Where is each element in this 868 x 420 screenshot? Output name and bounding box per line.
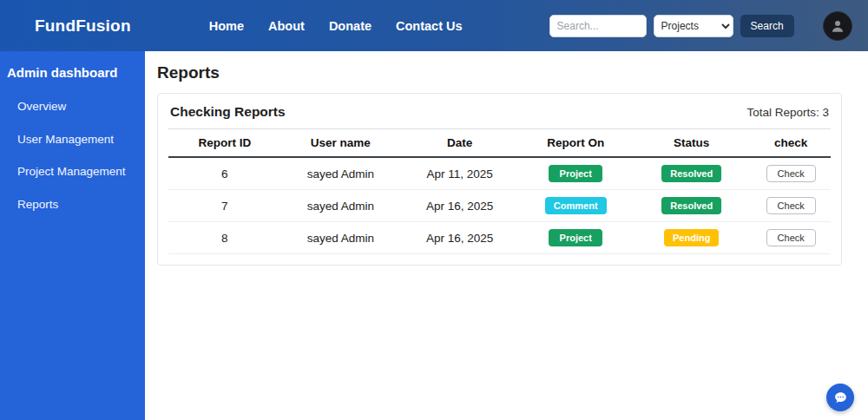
check-button[interactable]: Check — [766, 197, 816, 214]
nav-link-contact[interactable]: Contact Us — [396, 19, 463, 33]
sidebar-title[interactable]: Admin dashboard — [0, 60, 145, 90]
chat-bubble-icon — [833, 390, 848, 405]
check-button[interactable]: Check — [766, 165, 816, 182]
table-row: 7 sayed Admin Apr 16, 2025 Comment Resol… — [168, 190, 831, 222]
nav-link-about[interactable]: About — [268, 19, 305, 33]
status-badge: Resolved — [661, 165, 721, 182]
chat-fab-button[interactable] — [826, 384, 854, 411]
sidebar-item-user-management[interactable]: User Management — [0, 123, 145, 156]
status-badge: Pending — [664, 229, 719, 246]
admin-sidebar: Admin dashboard Overview User Management… — [0, 51, 145, 420]
col-check: check — [751, 129, 831, 158]
reports-table: Report ID User name Date Report On Statu… — [168, 128, 831, 254]
reports-table-body: 6 sayed Admin Apr 11, 2025 Project Resol… — [168, 157, 831, 254]
person-icon — [829, 17, 846, 35]
cell-report-id: 7 — [168, 190, 281, 222]
brand-logo[interactable]: FundFusion — [35, 16, 131, 36]
reports-table-head: Report ID User name Date Report On Statu… — [168, 129, 831, 158]
col-date: Date — [400, 129, 519, 158]
total-reports-label: Total Reports: 3 — [746, 106, 829, 119]
col-report-on: Report On — [519, 129, 632, 158]
check-button[interactable]: Check — [766, 229, 816, 246]
table-row: 6 sayed Admin Apr 11, 2025 Project Resol… — [168, 157, 831, 190]
nav-link-home[interactable]: Home — [209, 19, 244, 33]
cell-report-id: 6 — [168, 157, 281, 190]
card-title: Checking Reports — [170, 104, 286, 120]
cell-date: Apr 11, 2025 — [400, 157, 519, 190]
card-header: Checking Reports Total Reports: 3 — [168, 102, 831, 128]
status-badge: Resolved — [661, 197, 721, 214]
cell-user-name: sayed Admin — [281, 222, 400, 254]
page-title: Reports — [157, 63, 842, 82]
cell-user-name: sayed Admin — [281, 157, 400, 190]
col-report-id: Report ID — [168, 129, 281, 158]
cell-date: Apr 16, 2025 — [400, 190, 519, 222]
main-nav: Home About Donate Contact Us — [209, 19, 463, 33]
nav-link-donate[interactable]: Donate — [329, 19, 372, 33]
sidebar-item-project-management[interactable]: Project Management — [0, 155, 145, 188]
sidebar-item-reports[interactable]: Reports — [0, 188, 145, 221]
cell-report-id: 8 — [168, 222, 281, 254]
search-input[interactable] — [549, 15, 647, 37]
col-status: Status — [632, 129, 751, 158]
report-on-badge: Project — [549, 229, 602, 246]
top-navbar: FundFusion Home About Donate Contact Us … — [0, 0, 868, 51]
report-on-badge: Project — [549, 165, 602, 182]
search-filter-select[interactable]: Projects — [654, 15, 733, 37]
navbar-search-group: Projects Search — [549, 15, 794, 37]
table-row: 8 sayed Admin Apr 16, 2025 Project Pendi… — [168, 222, 831, 254]
col-user-name: User name — [281, 129, 400, 158]
sidebar-item-overview[interactable]: Overview — [0, 90, 145, 123]
cell-date: Apr 16, 2025 — [400, 222, 519, 254]
search-button[interactable]: Search — [740, 15, 794, 37]
checking-reports-card: Checking Reports Total Reports: 3 Report… — [157, 93, 842, 266]
cell-user-name: sayed Admin — [281, 190, 400, 222]
user-avatar[interactable] — [823, 11, 852, 41]
report-on-badge: Comment — [545, 197, 607, 214]
main-content: Reports Checking Reports Total Reports: … — [145, 51, 868, 420]
